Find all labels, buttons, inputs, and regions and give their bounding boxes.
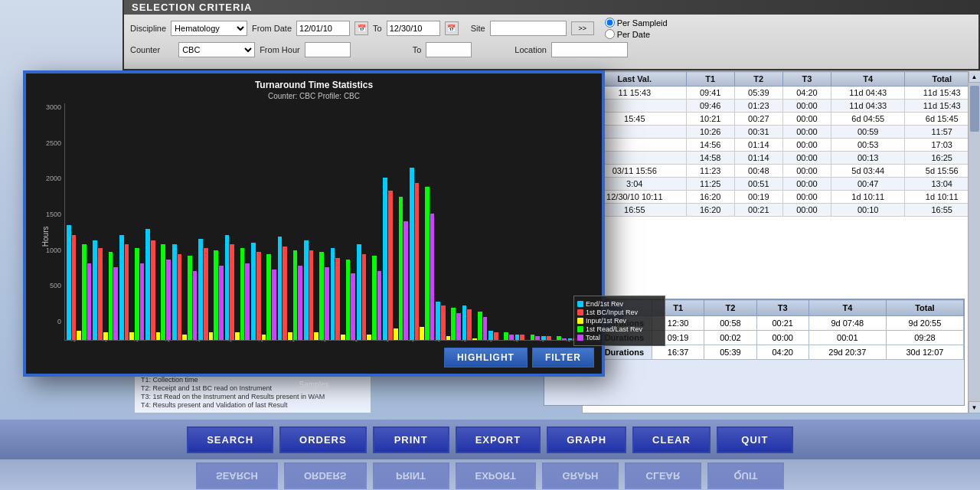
cell-t4: 00:59 [831,126,904,139]
bar [161,244,165,340]
bar [188,256,192,340]
cell-t1: 11:23 [686,165,734,178]
bar [488,331,493,341]
table-row: 14:5801:1400:0000:1316:25 [583,152,979,165]
table-row: 3:0411:2500:5100:0000:4713:04 [583,178,979,191]
long-t4: 29d 20:37 [808,345,886,360]
bar [109,252,113,340]
bar [266,254,271,341]
site-input[interactable] [490,21,567,36]
legend-color [577,335,583,341]
bar-group [515,335,540,341]
per-date-label[interactable]: Per Date [605,29,668,39]
cell-t3: 00:00 [782,139,831,152]
bar [509,335,514,341]
scroll-up-arrow[interactable]: ▲ [969,70,981,83]
bar [562,338,567,341]
bar [494,332,498,340]
legend-label: 1st Read/Last Rev [586,325,642,333]
bar [251,243,256,341]
cell-t4: 5d 03:44 [831,165,904,178]
bar [87,263,92,340]
long-t2: 05:39 [704,345,756,360]
bar [151,240,155,340]
discipline-select[interactable]: Hematology [171,21,247,36]
bar [456,313,461,340]
clear-button[interactable]: CLEAR [632,426,710,453]
selection-criteria-panel: SELECTION CRITERIA Discipline Hematology… [122,0,980,70]
chart-buttons: HIGHLIGHT FILTER [444,348,594,368]
cell-t2: 01:14 [734,139,782,152]
legend-color [577,318,583,324]
cell-t4: 00:13 [831,152,904,165]
bar [535,336,540,340]
y-axis-value: 1000 [46,247,61,254]
scroll-down-arrow[interactable]: ▼ [969,401,981,413]
cell-t2: 00:19 [734,191,782,204]
y-axis-value: 0 [57,318,61,325]
to-hour-input[interactable] [426,42,472,57]
cell-t4: 6d 04:55 [831,113,904,126]
cell-t3: 00:00 [782,165,831,178]
to-date-calendar-button[interactable]: 📅 [445,21,459,35]
scroll-thumb[interactable] [970,86,979,132]
counter-select[interactable]: CBC [178,42,255,57]
bar [410,168,414,340]
chart-legend: End/1st Rev1st BC/Input RevInput/1st Rev… [573,296,665,346]
cell-t1: 11:25 [686,178,734,191]
vertical-scrollbar[interactable]: ▲ ▼ [968,70,980,413]
filter-button[interactable]: FILTER [532,348,594,368]
from-date-calendar-button[interactable]: 📅 [354,21,368,35]
stats-t3-header: T3 [756,300,808,316]
stats-total-header: Total [886,300,963,316]
bar [325,267,329,340]
avg-total: 9d 20:55 [886,316,963,331]
per-sampleid-label[interactable]: Per Sampleid [605,18,668,28]
bar [182,335,187,341]
avg-t3: 00:21 [756,316,808,331]
bar [67,225,71,340]
quit-button[interactable]: QUIT [717,426,793,453]
cell-t2: 00:48 [734,165,782,178]
from-hour-input[interactable] [305,42,351,57]
y-axis-value: 2000 [46,175,61,182]
highlight-button[interactable]: HIGHLIGHT [444,348,528,368]
from-date-input[interactable] [296,21,350,36]
bar [383,178,387,341]
cell-t1: 10:21 [686,113,734,126]
bar [298,266,302,341]
bar [394,328,398,340]
site-browse-button[interactable]: >> [571,21,594,35]
cell-t1: 10:26 [686,126,734,139]
x-axis-label: Samples [26,379,602,390]
cell-t1: 09:41 [686,87,734,100]
bar [446,336,451,340]
location-input[interactable] [551,42,628,57]
bar-group [119,235,144,341]
search-button[interactable]: SEARCH [187,426,273,453]
print-button[interactable]: PRINT [373,426,449,453]
graph-button[interactable]: GRAPH [547,426,626,453]
y-axis: 300025002000150010005000 [34,103,64,341]
long-total: 30d 12:07 [886,345,963,360]
bar [214,250,218,341]
location-label: Location [514,45,547,54]
per-date-radio[interactable] [605,29,615,39]
y-axis-value: 500 [50,282,61,289]
short-t2: 00:02 [704,331,756,345]
per-sampleid-radio[interactable] [605,18,615,28]
stats-t2-header: T2 [704,300,756,316]
to-date-input[interactable] [387,21,440,36]
legend-label: Input/1st Rev [586,317,626,325]
legend-label: Total [586,334,600,341]
bar-group [357,244,381,340]
short-t3: 00:00 [756,331,808,345]
cell-t3: 00:00 [782,126,831,139]
export-button[interactable]: EXPORT [456,426,541,453]
bar [93,240,97,340]
bar [462,305,467,340]
cell-t4: 1d 10:11 [831,191,904,204]
bar [520,335,524,341]
orders-button[interactable]: ORDERS [279,426,367,453]
legend-color [577,326,583,332]
